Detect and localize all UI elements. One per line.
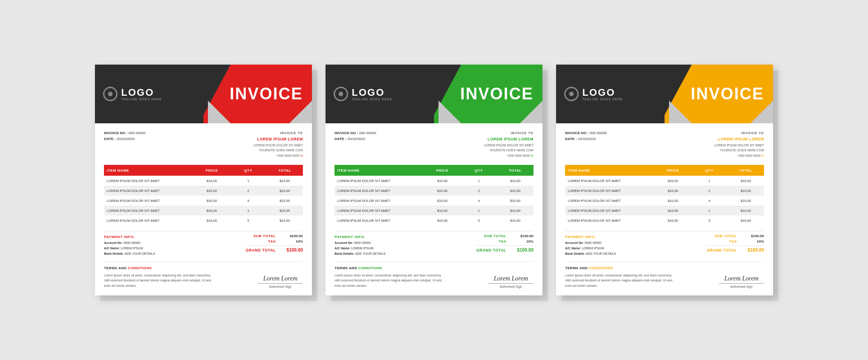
grand-total-value: $100.00 xyxy=(280,248,303,252)
invoice-body: INVOICE NO : 000 00000 DATE : 20/10/2022… xyxy=(326,123,542,295)
table-cell: $10,00 xyxy=(497,215,533,225)
payment-info: PAYMENT INFO: Account No: 0000 00000 A/C… xyxy=(335,234,386,256)
table-cell: 1 xyxy=(691,206,728,215)
invoice-body: INVOICE NO : 000 00000 DATE : 20/10/2022… xyxy=(95,123,312,295)
table-cell: $10,00 xyxy=(497,206,533,215)
date-label: DATE : xyxy=(335,137,346,141)
table-cell: 2 xyxy=(691,186,728,196)
table-row: LOREM IPSUM DOLOR SIT AMET$10,002$10,00 xyxy=(335,186,533,196)
table-cell: $10,00 xyxy=(424,206,461,215)
info-row: INVOICE NO : 000 00000 DATE : 20/10/2022… xyxy=(104,131,303,159)
table-cell: $10,00 xyxy=(193,215,230,225)
authorised-sign-label: Authorised Sign xyxy=(730,285,752,288)
th-total: TOTAL xyxy=(266,165,303,176)
table-cell: $10,00 xyxy=(727,206,764,215)
table-cell: LOREM IPSUM DOLOR SIT AMET xyxy=(104,176,193,186)
table-cell: LOREM IPSUM DOLOR SIT AMET xyxy=(104,186,193,196)
client-address: LOREM IPSUM DOLOR SIT AMET xyxy=(714,143,764,148)
divider xyxy=(565,231,764,231)
client-name: LOREM IPSUM LOREM xyxy=(714,136,764,142)
grand-total-row: GRAND TOTAL $100.00 xyxy=(245,248,303,252)
table-cell: $10,00 xyxy=(497,176,533,186)
table-cell: $10,00 xyxy=(266,206,303,215)
client-website: YOURSITE GOES HERE.COM xyxy=(253,148,303,153)
invoice-to-label: INVOICE TO xyxy=(714,131,764,136)
grand-total-row: GRAND TOTAL $100.00 xyxy=(707,248,764,252)
invoice-table: ITEM NAMEPRICEQTYTOTAL LOREM IPSUM DOLOR… xyxy=(104,165,303,225)
table-cell: $10,00 xyxy=(727,196,764,206)
sign-area: Lorem Lorem Authorised Sign xyxy=(488,275,533,288)
divider xyxy=(104,231,303,231)
tax-value: 10% xyxy=(280,239,303,243)
tax-value: 10% xyxy=(511,239,533,243)
table-cell: $10,00 xyxy=(193,176,230,186)
invoice-header: LOGO TAGLINE GOES HERE INVOICE xyxy=(95,65,312,123)
table-cell: 1 xyxy=(461,206,497,215)
table-cell: LOREM IPSUM DOLOR SIT AMET xyxy=(335,176,424,186)
table-cell: 2 xyxy=(461,186,497,196)
table-cell: $10,00 xyxy=(424,215,461,225)
table-row: LOREM IPSUM DOLOR SIT AMET$10,005$10,00 xyxy=(335,215,533,225)
table-row: LOREM IPSUM DOLOR SIT AMET$10,002$10,00 xyxy=(565,186,764,196)
table-cell: $10,00 xyxy=(655,186,691,196)
sub-total-value: $100.00 xyxy=(280,234,303,238)
client-name: LOREM IPSUM LOREM xyxy=(253,136,303,142)
terms-text: Lorem ipsum dolor sit amet, consecteuer … xyxy=(104,273,213,288)
th-total: TOTAL xyxy=(727,165,764,176)
account-no: Account No: 0000 00000 xyxy=(335,240,386,246)
table-row: LOREM IPSUM DOLOR SIT AMET$10,005$10,00 xyxy=(565,215,764,225)
terms-area: TERMS AND CONDITIONS Lorem ipsum dolor s… xyxy=(565,262,764,288)
date-label: DATE : xyxy=(565,137,577,141)
info-row: INVOICE NO : 000 00000 DATE : 20/10/2022… xyxy=(335,131,533,159)
terms-text: Lorem ipsum dolor sit amet, consecteuer … xyxy=(335,273,444,288)
info-row: INVOICE NO : 000 00000 DATE : 20/10/2022… xyxy=(565,131,764,159)
client-name: LOREM IPSUM LOREM xyxy=(484,136,533,142)
logo-text-block: LOGO TAGLINE GOES HERE xyxy=(121,88,162,101)
table-cell: 1 xyxy=(691,176,728,186)
conditions-label: CONDITIONS xyxy=(127,266,151,270)
totals-right: SUB TOTAL $100.00 TAX 10% GRAND TOTAL $1… xyxy=(476,234,533,252)
tax-row: TAX 10% xyxy=(476,239,533,243)
table-row: LOREM IPSUM DOLOR SIT AMET$10,002$10,00 xyxy=(104,186,303,196)
table-cell: $10,00 xyxy=(193,186,230,196)
invoice-card-orange: LOGO TAGLINE GOES HERE INVOICE INVOICE N… xyxy=(556,65,773,295)
th-item-name: ITEM NAME xyxy=(104,165,193,176)
subtotal-row: SUB TOTAL $100.00 xyxy=(707,234,764,238)
ac-name: A/C Name: LOREM IPSUM xyxy=(565,246,616,251)
tax-row: TAX 10% xyxy=(707,239,764,243)
subtotal-row: SUB TOTAL $100.00 xyxy=(245,234,303,238)
client-address: LOREM IPSUM DOLOR SIT AMET xyxy=(253,143,303,148)
table-cell: 4 xyxy=(230,196,267,206)
table-cell: $10,00 xyxy=(655,206,691,215)
payment-info: PAYMENT INFO: Account No: 0000 00000 A/C… xyxy=(104,234,155,256)
tax-value: 10% xyxy=(741,239,764,243)
sign-area: Lorem Lorem Authorised Sign xyxy=(258,275,303,288)
logo-text: LOGO xyxy=(352,88,392,98)
sub-total-label: SUB TOTAL xyxy=(714,234,737,238)
table-cell: $10,00 xyxy=(727,215,764,225)
header-gray-tri-left xyxy=(669,101,692,123)
logo-icon xyxy=(564,87,579,101)
th-qty: QTY xyxy=(461,165,497,176)
header-gray-tri-left xyxy=(439,101,461,123)
table-cell: 5 xyxy=(461,215,497,225)
table-row: LOREM IPSUM DOLOR SIT AMET$10,004$10,00 xyxy=(565,196,764,206)
table-cell: 5 xyxy=(691,215,728,225)
table-row: LOREM IPSUM DOLOR SIT AMET$10,001$10,00 xyxy=(565,206,764,215)
th-price: PRICE xyxy=(193,165,230,176)
invoice-table: ITEM NAMEPRICEQTYTOTAL LOREM IPSUM DOLOR… xyxy=(565,165,764,225)
th-item-name: ITEM NAME xyxy=(335,165,424,176)
table-cell: $10,00 xyxy=(655,215,691,225)
grand-total-row: GRAND TOTAL $100.00 xyxy=(476,248,533,252)
totals-divider xyxy=(707,245,764,246)
info-right: INVOICE TO LOREM IPSUM LOREM LOREM IPSUM… xyxy=(484,131,533,159)
table-cell: 4 xyxy=(461,196,497,206)
totals-area: PAYMENT INFO: Account No: 0000 00000 A/C… xyxy=(335,234,533,256)
terms-area: TERMS AND CONDITIONS Lorem ipsum dolor s… xyxy=(335,262,533,288)
tax-label: TAX xyxy=(729,239,737,243)
sign-area: Lorem Lorem Authorised Sign xyxy=(719,275,764,288)
table-cell: 1 xyxy=(461,176,497,186)
header-gray-tri-right xyxy=(520,101,542,123)
totals-divider xyxy=(476,245,533,246)
totals-right: SUB TOTAL $100.00 TAX 10% GRAND TOTAL $1… xyxy=(707,234,764,252)
